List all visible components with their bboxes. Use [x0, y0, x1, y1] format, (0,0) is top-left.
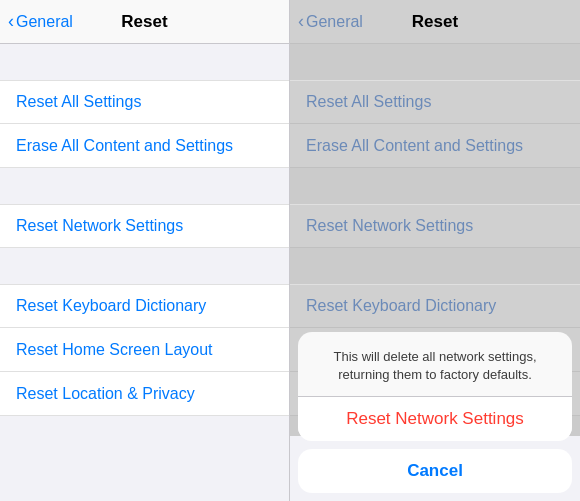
right-gap-3	[290, 248, 580, 284]
right-item-reset-keyboard[interactable]: Reset Keyboard Dictionary	[290, 284, 580, 328]
left-nav-bar: ‹ General Reset	[0, 0, 289, 44]
right-nav-title: Reset	[412, 12, 458, 32]
alert-content-box: This will delete all network settings, r…	[298, 332, 572, 441]
left-gap-3	[0, 248, 289, 284]
left-item-reset-keyboard-label: Reset Keyboard Dictionary	[16, 297, 206, 315]
alert-dialog: This will delete all network settings, r…	[290, 324, 580, 501]
right-panel: ‹ General Reset Reset All Settings Erase…	[290, 0, 580, 501]
left-item-reset-location-label: Reset Location & Privacy	[16, 385, 195, 403]
right-section-1: Reset All Settings Erase All Content and…	[290, 80, 580, 168]
left-back-button[interactable]: ‹ General	[8, 11, 73, 32]
left-settings-list: Reset All Settings Erase All Content and…	[0, 44, 289, 501]
right-gap-2	[290, 168, 580, 204]
left-chevron-icon: ‹	[8, 11, 14, 32]
alert-message-text: This will delete all network settings, r…	[298, 332, 572, 397]
left-item-reset-home-screen[interactable]: Reset Home Screen Layout	[0, 328, 289, 372]
left-section-1: Reset All Settings Erase All Content and…	[0, 80, 289, 168]
right-gap-1	[290, 44, 580, 80]
alert-cancel-wrap: Cancel	[298, 449, 572, 493]
right-item-erase-all-content[interactable]: Erase All Content and Settings	[290, 124, 580, 168]
left-gap-1	[0, 44, 289, 80]
left-section-3: Reset Keyboard Dictionary Reset Home Scr…	[0, 284, 289, 416]
alert-cancel-label: Cancel	[407, 461, 463, 481]
left-nav-title: Reset	[121, 12, 167, 32]
left-item-erase-all-content-label: Erase All Content and Settings	[16, 137, 233, 155]
left-item-reset-all-settings[interactable]: Reset All Settings	[0, 80, 289, 124]
left-item-reset-all-settings-label: Reset All Settings	[16, 93, 141, 111]
left-item-reset-keyboard[interactable]: Reset Keyboard Dictionary	[0, 284, 289, 328]
left-item-reset-location[interactable]: Reset Location & Privacy	[0, 372, 289, 416]
left-item-reset-network[interactable]: Reset Network Settings	[0, 204, 289, 248]
left-item-reset-home-screen-label: Reset Home Screen Layout	[16, 341, 213, 359]
left-item-erase-all-content[interactable]: Erase All Content and Settings	[0, 124, 289, 168]
left-panel: ‹ General Reset Reset All Settings Erase…	[0, 0, 290, 501]
right-nav-bar: ‹ General Reset	[290, 0, 580, 44]
right-back-label: General	[306, 13, 363, 31]
left-item-reset-network-label: Reset Network Settings	[16, 217, 183, 235]
left-gap-2	[0, 168, 289, 204]
right-item-reset-all-settings[interactable]: Reset All Settings	[290, 80, 580, 124]
right-chevron-icon: ‹	[298, 11, 304, 32]
right-item-reset-keyboard-label: Reset Keyboard Dictionary	[306, 297, 496, 315]
alert-cancel-button[interactable]: Cancel	[298, 449, 572, 493]
alert-confirm-label: Reset Network Settings	[346, 409, 524, 429]
left-back-label: General	[16, 13, 73, 31]
right-item-reset-all-settings-label: Reset All Settings	[306, 93, 431, 111]
right-section-2: Reset Network Settings	[290, 204, 580, 248]
left-section-2: Reset Network Settings	[0, 204, 289, 248]
right-item-reset-network[interactable]: Reset Network Settings	[290, 204, 580, 248]
right-item-erase-all-content-label: Erase All Content and Settings	[306, 137, 523, 155]
right-back-button[interactable]: ‹ General	[298, 11, 363, 32]
alert-confirm-button[interactable]: Reset Network Settings	[298, 397, 572, 441]
right-item-reset-network-label: Reset Network Settings	[306, 217, 473, 235]
